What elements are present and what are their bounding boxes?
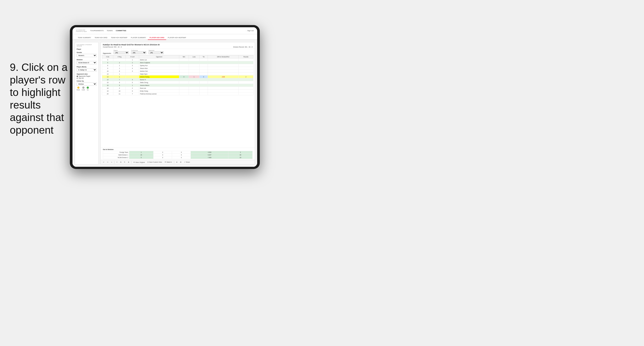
ood-table: Foreign Team 1 0 0 4.500 2 NAIA Division…: [103, 151, 252, 159]
toolbar-undo[interactable]: ↩: [102, 161, 105, 163]
nav-links: TOURNAMENTS TEAMS COMMITTEE: [90, 29, 246, 32]
radio-label-opponents: Opponents Played: [78, 75, 90, 77]
th-win: Win: [179, 55, 189, 58]
cell-opponent: Stella Cheng: [139, 81, 179, 84]
ood-table-row[interactable]: Foreign Team 1 0 0 4.500 2: [103, 151, 252, 154]
cell-conf: 5: [126, 81, 139, 84]
cell-diff: [208, 73, 238, 75]
cell-tie: [199, 61, 208, 64]
conference-select[interactable]: (All): [131, 51, 146, 54]
cell-tie: [199, 84, 208, 87]
cell-reg: 1: [113, 67, 126, 70]
th-diff: Diff Av Strokes/Rnd: [208, 55, 238, 58]
cell-reg: 1: [113, 75, 126, 78]
subnav-player-h2h-grid[interactable]: PLAYER H2H GRID: [148, 36, 166, 40]
cell-diff: [208, 81, 238, 84]
legend-level: Level: [82, 87, 85, 90]
table-row[interactable]: 18 2 2 Euna Lee: [102, 87, 254, 90]
subnav-team-h2h-heatmap[interactable]: TEAM H2H HEATMAP: [109, 36, 129, 40]
ood-cell-win: 5: [129, 156, 154, 159]
toolbar-grid[interactable]: ⊞: [180, 161, 182, 163]
cell-win: [179, 84, 189, 87]
cell-tie: [199, 81, 208, 84]
table-row[interactable]: 19 10 6 Emily Chang: [102, 90, 254, 92]
subnav-team-h2h-grid[interactable]: TEAM H2H GRID: [93, 36, 109, 40]
table-row[interactable]: 15 8 5 Stella Cheng: [102, 81, 254, 84]
cell-conf: 4: [126, 67, 139, 70]
region-select[interactable]: (All): [114, 51, 129, 54]
table-row[interactable]: 5 2 2 Alexis Sudjianto: [102, 61, 254, 64]
subnav-player-h2h-heatmap[interactable]: PLAYER H2H HEATMAP: [166, 36, 188, 40]
toolbar-reset[interactable]: ⤼: [110, 161, 113, 163]
cell-reg: 11: [113, 92, 126, 95]
table-row[interactable]: 20 11 7 Federica Domecq Lacroze: [102, 92, 254, 95]
ood-table-row[interactable]: NAIA Division 1 15 0 0 9.267 30: [103, 154, 252, 156]
subnav-player-summary[interactable]: PLAYER SUMMARY: [129, 36, 148, 40]
cell-div: 20: [102, 92, 113, 95]
cell-conf: 6: [126, 90, 139, 92]
subnav-team-summary[interactable]: TEAM SUMMARY: [76, 36, 93, 40]
cell-rounds: [238, 92, 254, 95]
table-row[interactable]: 6 1 3 Sydney Kuo: [102, 64, 254, 67]
nav-committee[interactable]: COMMITTEE: [116, 29, 126, 32]
cell-loss: [188, 78, 199, 81]
ood-cell-loss: 0: [153, 151, 172, 154]
logo-text: SCOREBOARD: [76, 29, 87, 31]
cell-rounds: [238, 58, 254, 61]
cell-win: [179, 92, 189, 95]
toolbar-paste[interactable]: ↻: [123, 161, 126, 163]
cell-opponent: Andrea York: [139, 70, 179, 73]
gender-label: Gender: [77, 52, 97, 53]
cell-div: 3: [102, 58, 113, 61]
nav-tournaments[interactable]: TOURNAMENTS: [90, 29, 104, 32]
cell-div: 5: [102, 61, 113, 64]
table-row[interactable]: 13 1 Jessica Huang 0 1 0 -3.00 2: [102, 75, 254, 78]
ood-cell-loss: 0: [153, 156, 172, 159]
opponent-select[interactable]: (All): [148, 51, 164, 54]
division-label: Division: [77, 59, 97, 60]
cell-div: 18: [102, 87, 113, 90]
toolbar-redo[interactable]: ↪: [106, 161, 109, 163]
cell-rounds: 2: [238, 75, 254, 78]
table-row[interactable]: 3 1 Esther Lee: [102, 58, 254, 61]
player-rank-select[interactable]: 8. Katelyn Vo: [77, 68, 97, 71]
cell-div: 13: [102, 73, 113, 75]
region-filter: Region (All): [114, 50, 129, 54]
cell-conf: 1: [126, 84, 139, 87]
toolbar-save-custom[interactable]: ⊡ Save Custom View: [147, 161, 163, 163]
cell-conf: [126, 73, 139, 75]
division-select[interactable]: NCAA Division III: [77, 61, 97, 64]
toolbar-watch[interactable]: 👁 Watch ▾: [164, 161, 173, 163]
toolbar-copy[interactable]: ⧉: [120, 161, 122, 163]
table-row[interactable]: 14 7 4 Eunice Yi: [102, 78, 254, 81]
ood-table-row[interactable]: NCAA Division 2 5 0 0 7.400 10: [103, 156, 252, 159]
table-row[interactable]: 16 9 1 Jessica Mason: [102, 84, 254, 87]
cell-conf: 1: [126, 58, 139, 61]
cell-tie: [199, 70, 208, 73]
gender-select[interactable]: Women's: [77, 54, 97, 57]
radio-top100[interactable]: Top 100: [77, 77, 97, 79]
nav-signout[interactable]: Sign out: [247, 30, 254, 32]
table-row[interactable]: 10 6 3 Andrea York: [102, 70, 254, 73]
toolbar-settings[interactable]: ⊕: [176, 161, 178, 163]
toolbar-view-original[interactable]: 👁 View: Original: [133, 161, 146, 163]
toolbar-share[interactable]: ↗ Share: [184, 161, 190, 163]
colour-select[interactable]: Win/loss: [77, 82, 97, 86]
toolbar-cut[interactable]: ✂: [116, 161, 118, 163]
toolbar-add[interactable]: ⊕: [127, 161, 130, 163]
tablet-screen: SCOREBOARD Powered by clippd TOURNAMENTS…: [72, 27, 257, 167]
radio-opponents-played[interactable]: Opponents Played: [77, 75, 97, 77]
cell-reg: 7: [113, 78, 126, 81]
cell-rounds: [238, 70, 254, 73]
table-row[interactable]: 13 1 Haejo Hyun: [102, 73, 254, 75]
legend-label-down: Down: [77, 89, 80, 90]
nav-teams[interactable]: TEAMS: [107, 29, 113, 32]
cell-reg: 10: [113, 90, 126, 92]
cell-reg: 8: [113, 81, 126, 84]
cell-diff: [208, 67, 238, 70]
cell-div: 9: [102, 67, 113, 70]
opponent-view-label: Opponent view: [77, 73, 97, 75]
legend-down: Down: [77, 87, 80, 90]
cell-opponent: Esther Lee: [139, 58, 179, 61]
table-row[interactable]: 9 1 4 Sharon Mun: [102, 67, 254, 70]
